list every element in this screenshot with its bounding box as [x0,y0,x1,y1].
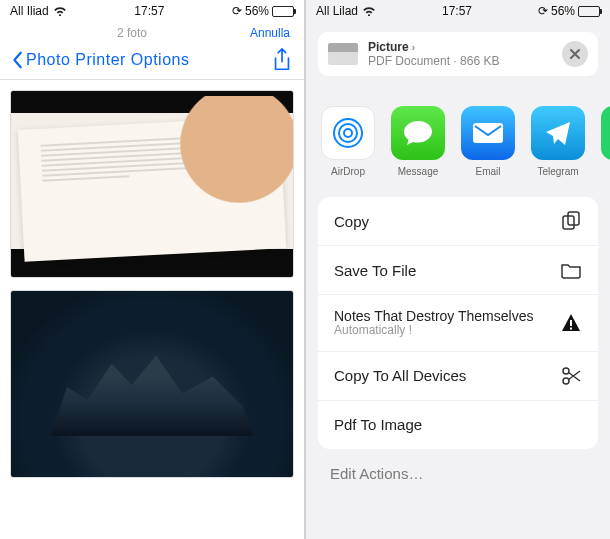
svg-rect-3 [473,123,503,143]
actions-list: Copy Save To File Notes That Destroy The… [318,197,598,449]
email-icon [461,106,515,160]
left-pane: All Iliad 17:57 ⟳ 56% 2 foto Annulla Pho… [0,0,304,539]
message-icon [391,106,445,160]
nav-bar: Photo Printer Options [0,40,304,80]
action-label: Save To File [334,262,416,279]
share-icon[interactable] [272,48,292,72]
battery-percent: 56% [551,4,575,18]
back-button[interactable]: Photo Printer Options [12,51,189,69]
share-message[interactable]: Message [390,106,446,177]
action-save-file[interactable]: Save To File [318,246,598,295]
svg-point-1 [339,124,357,142]
action-notes-destroy[interactable]: Notes That Destroy Themselves Automatica… [318,295,598,352]
document-subtitle: PDF Document · 866 KB [368,54,552,68]
action-label: Pdf To Image [334,416,422,433]
wifi-icon [53,6,67,16]
carrier-label: All Iliad [10,4,49,18]
wifi-icon [362,6,376,16]
action-label: Notes That Destroy Themselves [334,308,533,324]
edit-actions-link[interactable]: Edit Actions… [306,449,610,498]
battery-percent: 56% [245,4,269,18]
battery-icon [272,6,294,17]
warning-icon [560,312,582,334]
share-targets-row[interactable]: AirDrop Message Email Telegram W [306,86,610,185]
svg-rect-8 [570,327,572,329]
document-thumbnail-icon [328,43,358,65]
whatsapp-icon [601,106,610,160]
telegram-icon [531,106,585,160]
document-card: Picture› PDF Document · 866 KB [318,32,598,76]
photo-list[interactable] [0,80,304,539]
share-label: Message [398,166,439,177]
photo-thumbnail-island[interactable] [10,290,294,478]
action-label: Copy [334,213,369,230]
status-bar-left: All Iliad 17:57 ⟳ 56% [0,0,304,22]
close-button[interactable] [562,41,588,67]
document-title: Picture [368,40,409,54]
action-label: Copy To All Devices [334,367,466,384]
rotation-lock-icon: ⟳ [232,4,242,18]
clock: 17:57 [442,4,472,18]
share-airdrop[interactable]: AirDrop [320,106,376,177]
share-whatsapp[interactable]: W [600,106,610,177]
photo-count: 2 foto [117,26,147,40]
folder-icon [560,259,582,281]
scissors-icon [560,365,582,387]
action-pdf-to-image[interactable]: Pdf To Image [318,401,598,449]
back-label: Photo Printer Options [26,51,189,69]
copy-icon [560,210,582,232]
photo-thumbnail-signing[interactable] [10,90,294,278]
cancel-link[interactable]: Annulla [250,26,290,40]
action-copy[interactable]: Copy [318,197,598,246]
rotation-lock-icon: ⟳ [538,4,548,18]
clock: 17:57 [134,4,164,18]
carrier-label: All Lilad [316,4,358,18]
share-label: AirDrop [331,166,365,177]
status-bar-right: All Lilad 17:57 ⟳ 56% [306,0,610,22]
close-icon [569,48,581,60]
subheader: 2 foto Annulla [0,22,304,40]
share-label: Telegram [537,166,578,177]
chevron-left-icon [12,51,24,69]
share-telegram[interactable]: Telegram [530,106,586,177]
right-pane: All Lilad 17:57 ⟳ 56% Picture› PDF Docum… [306,0,610,539]
share-label: Email [475,166,500,177]
edit-actions-label: Edit Actions… [330,465,423,482]
airdrop-icon [321,106,375,160]
chevron-right-icon: › [412,42,415,53]
action-copy-all[interactable]: Copy To All Devices [318,352,598,401]
svg-point-0 [344,129,352,137]
action-sublabel: Automatically ! [334,324,533,338]
battery-icon [578,6,600,17]
svg-rect-7 [570,320,572,326]
share-email[interactable]: Email [460,106,516,177]
